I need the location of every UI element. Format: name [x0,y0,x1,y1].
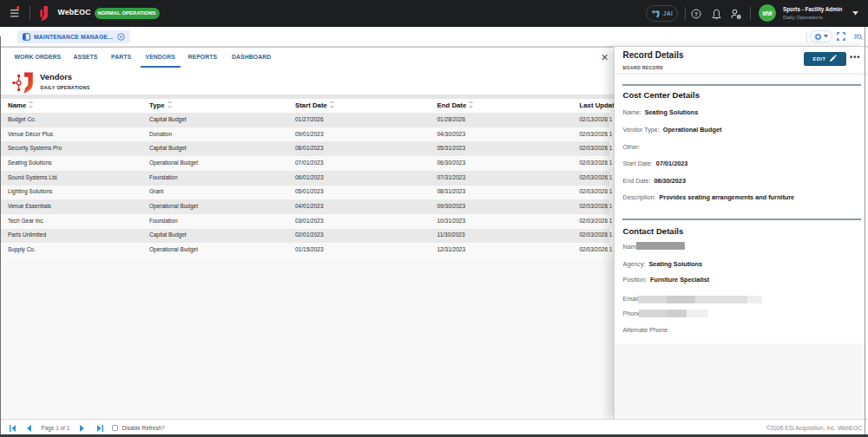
svg-text:?: ? [694,11,698,17]
